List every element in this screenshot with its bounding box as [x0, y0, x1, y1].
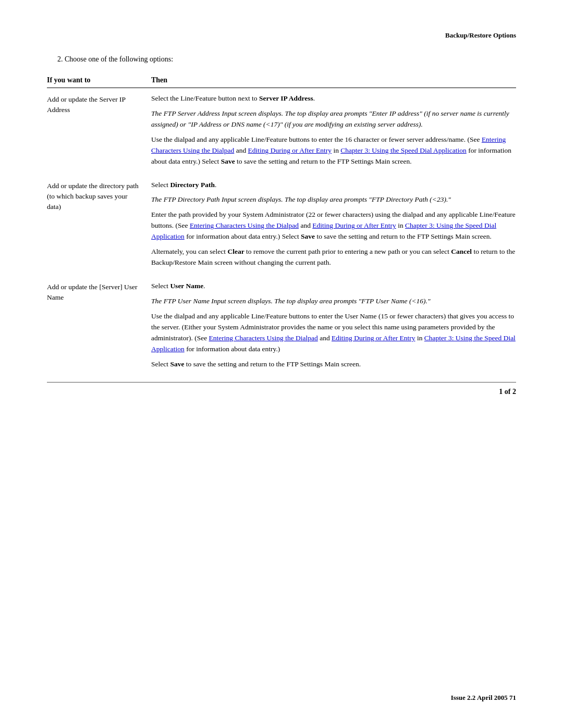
header-title: Backup/Restore Options — [445, 31, 516, 39]
page-number: 1 of 2 — [47, 388, 516, 396]
table-row: Add or update the directory path (to whi… — [47, 180, 516, 268]
link-editing-during-2[interactable]: Editing During or After Entry — [312, 221, 396, 229]
page: Backup/Restore Options 2. Choose one of … — [0, 0, 563, 728]
row1-col1: Add or update the Server IP Address — [47, 93, 151, 116]
link-chapter3-1[interactable]: Chapter 3: Using the Speed Dial Applicat… — [340, 146, 466, 154]
link-editing-during-3[interactable]: Editing During or After Entry — [332, 334, 415, 342]
row2-col1: Add or update the directory path (to whi… — [47, 180, 151, 213]
footer-issue: Issue 2.2 April 2005 71 — [451, 694, 516, 702]
table-row: Add or update the [Server] User Name Sel… — [47, 281, 516, 369]
row3-col1: Add or update the [Server] User Name — [47, 281, 151, 303]
table-header-row: If you want to Then — [47, 76, 516, 88]
col2-header: Then — [151, 76, 516, 84]
link-editing-during-1[interactable]: Editing During or After Entry — [248, 146, 332, 154]
page-header: Backup/Restore Options — [47, 31, 516, 40]
row3-col2: Select User Name. The FTP User Name Inpu… — [151, 281, 516, 369]
spacer — [47, 400, 516, 546]
intro-text: 2. Choose one of the following options: — [57, 55, 516, 64]
row1-col2: Select the Line/Feature button next to S… — [151, 93, 516, 167]
table-row: Add or update the Server IP Address Sele… — [47, 93, 516, 167]
link-entering-chars-2[interactable]: Entering Characters Using the Dialpad — [190, 221, 299, 229]
options-table: If you want to Then Add or update the Se… — [47, 76, 516, 369]
row2-col2: Select Directory Path. The FTP Directory… — [151, 180, 516, 268]
divider — [47, 382, 516, 382]
link-entering-chars-3[interactable]: Entering Characters Using the Dialpad — [209, 334, 318, 342]
col1-header: If you want to — [47, 76, 151, 84]
